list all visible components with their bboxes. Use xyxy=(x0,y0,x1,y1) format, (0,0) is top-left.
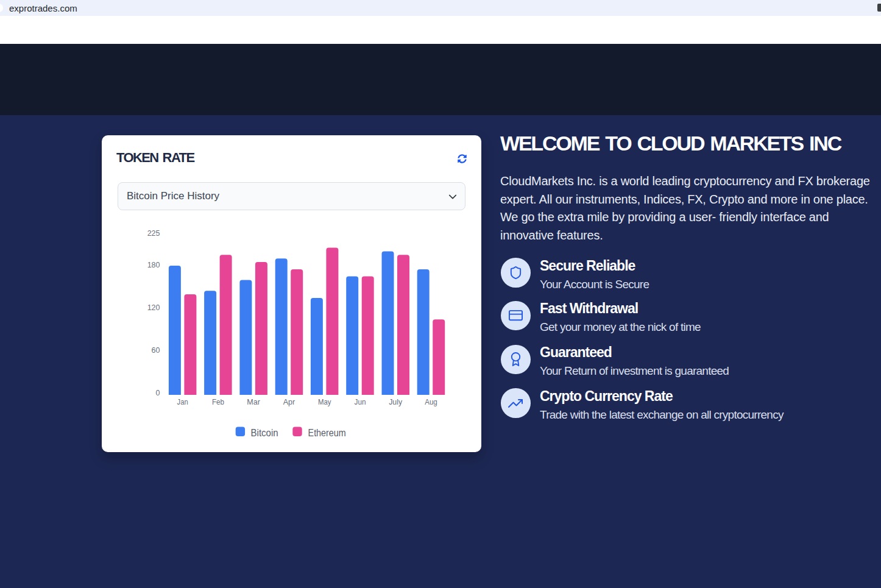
svg-text:Mar: Mar xyxy=(247,397,260,406)
svg-text:180: 180 xyxy=(147,261,160,269)
svg-text:120: 120 xyxy=(147,303,160,312)
svg-text:Apr: Apr xyxy=(283,397,295,406)
svg-text:Ethereum: Ethereum xyxy=(308,427,345,438)
svg-text:July: July xyxy=(389,397,402,406)
svg-text:Aug: Aug xyxy=(425,397,437,406)
svg-text:Jan: Jan xyxy=(177,397,188,406)
svg-text:60: 60 xyxy=(151,345,160,354)
svg-text:Bitcoin: Bitcoin xyxy=(250,427,278,438)
svg-text:May: May xyxy=(317,397,331,406)
svg-text:Feb: Feb xyxy=(211,397,224,406)
svg-text:Jun: Jun xyxy=(354,397,366,406)
svg-text:0: 0 xyxy=(155,388,160,397)
svg-text:225: 225 xyxy=(147,229,160,238)
